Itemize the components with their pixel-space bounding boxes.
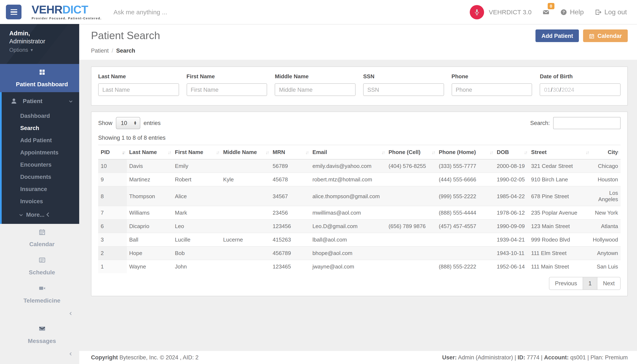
sidebar-item-encounters[interactable]: Encounters [0, 159, 79, 171]
table-cell: 23456 [270, 206, 310, 220]
column-header-dob[interactable]: DOB↓↑ [494, 145, 529, 159]
sidebar-item-insurance[interactable]: Insurance [0, 183, 79, 195]
last-name-input[interactable] [98, 83, 179, 96]
sidebar-item-messages[interactable]: Messages [0, 321, 79, 361]
caret-down-icon: ▼ [30, 48, 34, 52]
table-cell: bhope@aol.com [310, 246, 386, 260]
sidebar-item-calendar[interactable]: Calendar [0, 224, 79, 252]
table-row[interactable]: 6DicaprioLeo123456Leo.D@gmail.com(656) 7… [98, 220, 620, 233]
pagination-previous[interactable]: Previous [549, 277, 582, 290]
table-cell: Houston [590, 173, 620, 186]
table-cell: 6 [98, 220, 127, 233]
table-cell: 9 [98, 173, 127, 186]
column-header-street[interactable]: Street↓↑ [529, 145, 590, 159]
table-cell: 1990-02-05 [494, 173, 529, 186]
sidebar-item-invoices[interactable]: Invoices [0, 195, 79, 208]
menu-toggle-button[interactable] [6, 5, 22, 19]
brand-logo: VEHRDICT Provider Focused. Patient-Cente… [32, 4, 102, 20]
sidebar-item-dashboard[interactable]: Dashboard [0, 110, 79, 122]
table-cell: 2000-08-19 [494, 159, 529, 173]
table-row[interactable]: 9MartinezRobertKyle45678robert.mtz@hotma… [98, 173, 620, 186]
sidebar-item-patient[interactable]: Patient [0, 92, 79, 110]
sidebar-item-appointments[interactable]: Appointments [0, 146, 79, 159]
messages-button[interactable]: 0 [542, 8, 549, 16]
table-cell: Anytown [590, 246, 620, 260]
table-search-input[interactable] [553, 117, 620, 129]
table-cell: Davis [127, 159, 172, 173]
table-cell: 1943-10-11 [494, 246, 529, 260]
sidebar-item-documents[interactable]: Documents [0, 171, 79, 183]
date-of-birth-input[interactable]: 01/30/2024 [540, 83, 620, 96]
ssn-input[interactable] [363, 83, 444, 96]
results-card: Show 10 ▲▼ entries Search: Showing 1 to … [91, 112, 628, 296]
table-row[interactable]: 7WilliamsMark23456mwillimas@aol.com(888)… [98, 206, 620, 220]
breadcrumb-current: Search [116, 48, 135, 54]
logout-button[interactable]: Log out [595, 8, 627, 16]
page-size-select[interactable]: 10 ▲▼ [116, 117, 140, 129]
column-header-email[interactable]: Email↓↑ [310, 145, 386, 159]
chevron-down-icon [68, 99, 73, 104]
breadcrumb-parent[interactable]: Patient [91, 48, 109, 54]
table-row[interactable]: 8ThompsonAlice34567alice.thompson@gmail.… [98, 186, 620, 206]
column-header-last-name[interactable]: Last Name↓↑ [127, 145, 172, 159]
user-name: Admin, [9, 30, 79, 36]
table-cell [221, 260, 270, 273]
chevron-left-icon [45, 212, 51, 218]
sidebar-item-schedule[interactable]: Schedule [0, 252, 79, 280]
table-cell [221, 206, 270, 220]
global-search-input[interactable] [113, 8, 239, 16]
table-cell: 1985-04-22 [494, 186, 529, 206]
user-options-dropdown[interactable]: Options▼ [9, 47, 79, 53]
top-bar: VEHRDICT Provider Focused. Patient-Cente… [0, 0, 637, 24]
table-cell: 910 Birch Lane [529, 173, 590, 186]
table-row[interactable]: 3BallLucilleLucerne415263lball@aol.com19… [98, 233, 620, 246]
add-patient-button[interactable]: Add Patient [535, 30, 579, 42]
help-button[interactable]: ? Help [560, 8, 584, 16]
table-cell: (457) 457-4557 [436, 220, 494, 233]
table-cell: Alice [172, 186, 221, 206]
table-cell [386, 260, 436, 273]
column-header-city[interactable]: City↓↑ [590, 145, 620, 159]
first-name-input[interactable] [186, 83, 267, 96]
pagination-page-1[interactable]: 1 [582, 277, 597, 290]
column-header-mrn[interactable]: MRN↓↑ [270, 145, 310, 159]
voice-assistant-button[interactable] [470, 5, 484, 19]
first-name-label: First Name [186, 73, 267, 80]
sidebar-item-telemedicine[interactable]: Telemedicine [0, 280, 79, 321]
sidebar-item-patient-dashboard[interactable]: Patient Dashboard [0, 64, 79, 92]
column-header-phone-home[interactable]: Phone (Home)↓↑ [436, 145, 494, 159]
table-cell: mwillimas@aol.com [310, 206, 386, 220]
table-row[interactable]: 1WayneJohn123465jwayne@aol.com(888) 555-… [98, 260, 620, 273]
middle-name-input[interactable] [275, 83, 356, 96]
sidebar-item-medical-billing[interactable]: Medical Billing [0, 361, 79, 364]
table-cell: emily.davis@yahoo.com [310, 159, 386, 173]
sidebar-item-add-patient[interactable]: Add Patient [0, 134, 79, 146]
column-header-pid[interactable]: PID↓↑ [98, 145, 127, 159]
column-header-first-name[interactable]: First Name↓↑ [172, 145, 221, 159]
sidebar-item-search[interactable]: Search [0, 122, 79, 134]
logout-label: Log out [604, 8, 627, 16]
table-row[interactable]: 10DavisEmily56789emily.davis@yahoo.com(4… [98, 159, 620, 173]
column-header-middle-name[interactable]: Middle Name↓↑ [221, 145, 270, 159]
content-area: Last NameFirst NameMiddle NameSSNPhoneDa… [79, 60, 637, 351]
table-cell: New York [590, 206, 620, 220]
table-cell: Wayne [127, 260, 172, 273]
table-row[interactable]: 2HopeBob456789bhope@aol.com1943-10-11111… [98, 246, 620, 260]
sidebar-item-more[interactable]: More... [0, 208, 79, 224]
table-cell: alice.thompson@gmail.com [310, 186, 386, 206]
phone-input[interactable] [452, 83, 532, 96]
video-icon [39, 285, 45, 292]
table-cell: 456789 [270, 246, 310, 260]
table-cell: 10 [98, 159, 127, 173]
table-cell: (888) 555-2222 [436, 260, 494, 273]
calendar-button[interactable]: Calendar [583, 30, 628, 42]
table-cell: Bob [172, 246, 221, 260]
column-header-phone-cell[interactable]: Phone (Cell)↓↑ [386, 145, 436, 159]
pagination-next[interactable]: Next [597, 277, 620, 290]
table-cell: Hollywood [590, 233, 620, 246]
table-cell: 123456 [270, 220, 310, 233]
table-cell: Thompson [127, 186, 172, 206]
chevron-left-icon [68, 311, 73, 316]
grid-icon [39, 68, 45, 75]
microphone-icon [474, 9, 481, 15]
